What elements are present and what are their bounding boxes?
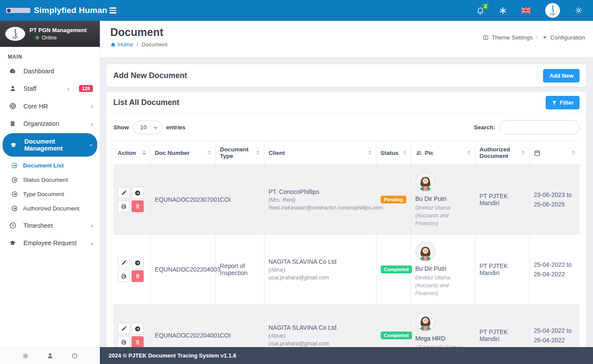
column-header-status[interactable]: Status [376, 141, 411, 165]
breadcrumb-current: Document [142, 41, 167, 48]
topbar-actions: 2 pgn [476, 3, 593, 18]
doc-number-cell: EQUNADOC202307001 [150, 165, 215, 235]
print-button[interactable] [118, 200, 130, 212]
sidebar-item-label: Core HR [23, 103, 48, 110]
page-length-select[interactable]: 10 [133, 121, 162, 134]
print-button[interactable] [118, 270, 130, 282]
entries-label: entries [166, 124, 185, 131]
sidebar-item-label: Staff [23, 85, 36, 92]
doc-number-cell: EQUNADOC202204003 [150, 235, 215, 305]
client-cell: PT. ConocoPhillips (Mrs. Reni) Reni.Indr… [264, 165, 376, 235]
search-input[interactable] [500, 120, 580, 134]
pic-cell: Mega HRD HEad of HR (Human Resources) [411, 305, 475, 348]
arrow-circle-icon [11, 177, 18, 183]
online-status: Online [30, 35, 86, 41]
doc-type-cell: Report of Inspection [215, 235, 264, 305]
sidebar-item-dashboard[interactable]: Dashboard [0, 62, 100, 80]
sidebar: pgn PT PGN Management Online MAIN Dashbo… [0, 21, 100, 364]
arrow-circle-icon [135, 260, 141, 266]
brand-logo-icon [6, 8, 30, 13]
pic-cell: Bu Dir Putri Direktur Utama (Accounts an… [411, 165, 475, 235]
column-header-date[interactable] [529, 141, 580, 165]
delete-button[interactable] [132, 200, 144, 212]
column-header-pic[interactable]: Pic [411, 141, 475, 165]
sidebar-user-panel: pgn PT PGN Management Online [0, 21, 100, 47]
sidebar-item-document-management[interactable]: Document Management ‹ [3, 133, 97, 157]
chevron-left-icon: ‹ [91, 103, 93, 109]
page-header: Document Home / Document Theme Settings … [100, 21, 593, 57]
sidebar-item-label: Organization [23, 120, 59, 127]
document-list-card: List All Document Filter Show 10 [106, 92, 586, 347]
delete-button[interactable] [132, 336, 144, 347]
edit-button[interactable] [118, 187, 130, 199]
view-button[interactable] [132, 323, 144, 334]
edit-button[interactable] [118, 323, 130, 334]
settings-gear-icon[interactable] [575, 7, 583, 14]
configuration-link[interactable]: Configuration [542, 34, 585, 41]
delete-button[interactable] [132, 270, 144, 282]
doc-type-cell: COI [215, 165, 264, 235]
sort-icon [521, 151, 525, 155]
profile-person-icon[interactable] [47, 352, 53, 359]
settings-gear-icon[interactable] [22, 352, 29, 360]
chevron-left-icon: ‹ [91, 121, 93, 127]
sidebar-item-authorized-document[interactable]: Authorized Document [0, 201, 100, 216]
filter-button[interactable]: Filter [546, 96, 580, 109]
asterisk-icon[interactable] [499, 7, 507, 14]
column-header-authorized-document[interactable]: Authorized Document [475, 141, 529, 165]
sidebar-item-organization[interactable]: Organization ‹ [0, 115, 100, 132]
print-button[interactable] [118, 336, 130, 347]
pic-cell: Bu Dir Putri Direktur Utama (Accounts an… [411, 235, 475, 305]
timesheet-clock-icon [9, 222, 16, 229]
breadcrumb-home-link[interactable]: Home [110, 41, 133, 48]
online-dot-icon [36, 36, 39, 39]
sidebar-item-core-hr[interactable]: Core HR ‹ [0, 97, 100, 115]
sidebar-item-status-document[interactable]: Status Document [0, 173, 100, 187]
corehr-icon [9, 102, 16, 110]
page-length-dropdown[interactable]: 10 [133, 121, 162, 134]
doc-number-cell: EQUNADOC202204001 [150, 305, 215, 348]
view-button[interactable] [132, 187, 144, 199]
sort-icon [572, 151, 575, 155]
chevron-left-icon: ‹ [67, 85, 69, 92]
chevron-down-icon: ‹ [87, 144, 93, 146]
column-header-client[interactable]: Client [264, 141, 376, 165]
menu-toggle-icon[interactable] [109, 5, 121, 16]
app-footer: 2024 © PJTEK Document Tracing System v1.… [100, 347, 593, 364]
sidebar-footer [0, 347, 100, 364]
theme-settings-link[interactable]: Theme Settings [483, 34, 533, 41]
sidebar-item-staff[interactable]: Staff ‹ 128 [0, 80, 100, 97]
status-cell: Pending [376, 165, 411, 235]
sort-icon [142, 151, 146, 155]
add-document-card: Add New Document Add New [106, 64, 586, 87]
chevron-left-icon: ‹ [91, 240, 93, 246]
sidebar-item-label: Authorized Document [23, 205, 79, 212]
language-flag-icon[interactable] [521, 7, 530, 13]
sidebar-item-document-list[interactable]: Document List [0, 158, 100, 173]
brand-name: Simplyfied Human [34, 6, 107, 15]
add-new-button[interactable]: Add New [543, 69, 580, 82]
sidebar-item-employee-request[interactable]: Employee Request ‹ [0, 234, 100, 252]
view-button[interactable] [132, 257, 144, 269]
trash-icon [135, 203, 140, 209]
show-label: Show [113, 124, 129, 131]
power-icon[interactable] [71, 352, 78, 359]
arrow-circle-icon [135, 190, 141, 196]
edit-button[interactable] [118, 257, 130, 269]
doc-type-cell: COI [215, 305, 264, 348]
pencil-icon [121, 260, 127, 266]
column-header-action[interactable]: Action [113, 141, 150, 165]
sidebar-item-type-document[interactable]: Type Document [0, 187, 100, 201]
notifications-bell-icon[interactable]: 2 [476, 7, 484, 15]
column-header-document-type[interactable]: Document Type [215, 141, 264, 165]
pic-avatar [415, 242, 435, 262]
printer-icon [121, 273, 127, 279]
user-avatar-icon[interactable]: pgn [545, 3, 560, 18]
notification-count-badge: 2 [482, 3, 488, 10]
column-header-doc-number[interactable]: Doc Number [150, 141, 215, 165]
sidebar-section-label: MAIN [0, 47, 100, 62]
pic-avatar [415, 312, 435, 331]
client-cell: NAGITA SLAVINA Co Ltd (Abrar) usai.praha… [264, 235, 376, 305]
sort-icon [256, 151, 260, 155]
sidebar-item-timesheet[interactable]: Timesheet ‹ [0, 216, 100, 234]
